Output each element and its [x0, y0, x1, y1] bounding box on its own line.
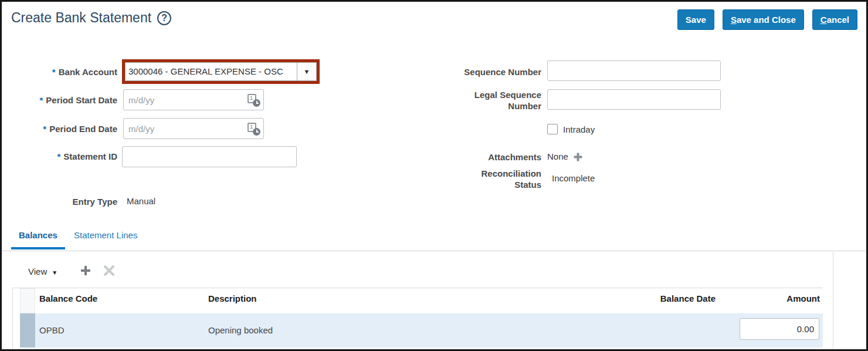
help-icon[interactable]: ?	[157, 11, 171, 25]
add-attachment-plus-icon[interactable]	[573, 152, 583, 164]
statement-id-input[interactable]	[122, 146, 297, 167]
table-left-border	[12, 288, 13, 349]
entry-type-value: Manual	[127, 196, 155, 206]
annotation-highlight-box: 3000046 - GENERAL EXPENSE - OSC ▼	[122, 59, 320, 84]
amount-input[interactable]	[740, 318, 819, 340]
cell-balance-code: OPBD	[39, 325, 65, 335]
column-header-amount[interactable]: Amount	[732, 293, 820, 303]
period-end-date-label: *Period End Date	[9, 123, 117, 134]
tab-statement-lines[interactable]: Statement Lines	[74, 230, 137, 240]
statement-id-label: *Statement ID	[9, 151, 117, 162]
column-header-balance-code[interactable]: Balance Code	[39, 293, 97, 303]
page-title-text: Create Bank Statement	[11, 10, 151, 26]
tab-balances[interactable]: Balances	[11, 230, 65, 249]
save-and-close-button[interactable]: Save and Close	[723, 9, 804, 30]
intraday-checkbox[interactable]	[547, 124, 558, 134]
attachments-value: None	[547, 151, 568, 161]
view-menu-button[interactable]: View▼	[28, 266, 57, 276]
attachments-label: Attachments	[433, 151, 541, 163]
create-bank-statement-page: Create Bank Statement ? Save Save and Cl…	[0, 0, 868, 351]
select-all-header-cell[interactable]	[20, 288, 35, 313]
bank-account-combobox[interactable]: 3000046 - GENERAL EXPENSE - OSC	[125, 62, 297, 81]
save-button[interactable]: Save	[677, 9, 714, 30]
date-picker-icon[interactable]	[246, 122, 260, 136]
row-selector-cell[interactable]	[20, 313, 35, 347]
period-start-date-input[interactable]	[123, 89, 264, 110]
column-header-balance-date[interactable]: Balance Date	[622, 293, 716, 303]
column-header-description[interactable]: Description	[208, 293, 257, 303]
page-title: Create Bank Statement ?	[11, 10, 171, 26]
period-end-date-input[interactable]	[123, 118, 264, 139]
tab-divider	[2, 251, 866, 251]
table-right-border	[833, 252, 833, 349]
date-picker-icon[interactable]	[246, 93, 260, 107]
cancel-button[interactable]: Cancel	[812, 9, 857, 30]
chevron-down-icon: ▼	[52, 269, 57, 276]
bank-account-dropdown-icon[interactable]: ▼	[297, 62, 317, 81]
sequence-number-input[interactable]	[547, 60, 721, 81]
table-header-top-border	[13, 288, 823, 288]
action-buttons: Save Save and Close Cancel	[677, 9, 857, 30]
legal-sequence-number-label: Legal Sequence Number	[433, 89, 541, 112]
sequence-number-label: Sequence Number	[433, 66, 541, 77]
add-row-plus-icon[interactable]	[80, 265, 91, 279]
reconciliation-status-value: Incomplete	[552, 173, 595, 183]
period-start-date-label: *Period Start Date	[9, 95, 117, 106]
cell-description: Opening booked	[208, 325, 273, 335]
bank-account-label: *Bank Account	[9, 66, 117, 77]
delete-row-x-icon[interactable]	[103, 265, 115, 279]
reconciliation-status-label: Reconciliation Status	[433, 168, 541, 190]
entry-type-label: Entry Type	[9, 196, 117, 207]
table-row[interactable]	[35, 313, 823, 347]
legal-sequence-number-input[interactable]	[547, 89, 721, 110]
intraday-label: Intraday	[563, 124, 595, 134]
